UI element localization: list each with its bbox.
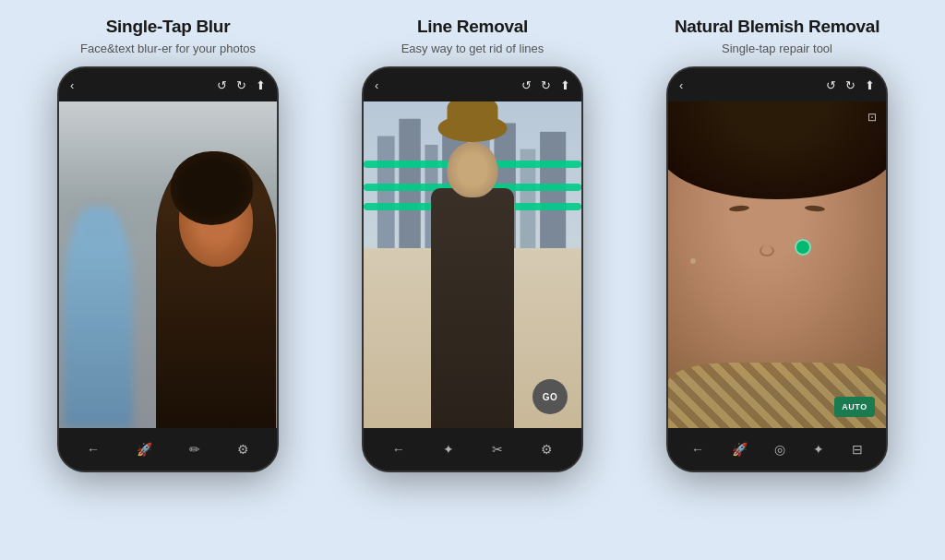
settings-icon-2[interactable]: ⚙ (541, 442, 553, 457)
topbar-right: ↺ ↻ ⬆ (217, 78, 266, 92)
sparkle-icon[interactable]: ✦ (443, 442, 454, 457)
person2-wrap (436, 197, 509, 428)
redo-icon[interactable]: ↻ (236, 78, 246, 92)
phone-lines-topbar: ‹ ↺ ↻ ⬆ (364, 68, 581, 101)
undo-icon[interactable]: ↺ (217, 78, 227, 92)
phone-blur: ‹ ↺ ↻ ⬆ (57, 66, 279, 472)
bubble-icon[interactable]: ◎ (774, 442, 785, 457)
topbar-right-2: ↺ ↻ ⬆ (521, 78, 570, 92)
hair (668, 101, 886, 199)
topbar-left: ‹ (70, 78, 74, 92)
redo-icon-3[interactable]: ↻ (845, 78, 855, 92)
blurred-person (64, 207, 133, 428)
phone-lines: ‹ ↺ ↻ ⬆ (362, 66, 583, 472)
topbar-left-2: ‹ (375, 78, 378, 92)
earring (690, 258, 696, 264)
person2-body (431, 188, 514, 428)
person2-hat (438, 114, 508, 142)
phone-blur-bottombar: ← 🚀 ✏ ⚙ (59, 428, 277, 471)
nose (760, 245, 774, 256)
nav-back-icon-2[interactable]: ← (392, 442, 405, 457)
blemish-subtitle: Single-tap repair tool (722, 42, 832, 55)
phone-blur-photo (59, 101, 277, 428)
phone-blemish: ‹ ↺ ↻ ⬆ (666, 66, 888, 472)
auto-button[interactable]: AUTO (834, 397, 875, 417)
phone-blemish-topbar: ‹ ↺ ↻ ⬆ (668, 68, 886, 101)
share-icon-3[interactable]: ⬆ (865, 78, 875, 92)
blemish-title: Natural Blemish Removal (675, 17, 879, 37)
back-icon-2[interactable]: ‹ (375, 78, 378, 92)
features-container: Single-Tap Blur Face&text blur-er for yo… (0, 0, 945, 560)
feature-line-removal: Line Removal Easy way to get rid of line… (320, 17, 625, 472)
cut-icon[interactable]: ✂ (492, 442, 503, 457)
blur-photo-bg (59, 101, 277, 428)
redo-icon-2[interactable]: ↻ (541, 78, 551, 92)
main-person-body (156, 151, 276, 428)
share-icon[interactable]: ⬆ (256, 78, 266, 92)
back-icon-3[interactable]: ‹ (679, 78, 683, 92)
blemish-photo-bg: ⊡ AUTO (668, 101, 886, 428)
phone-blur-topbar: ‹ ↺ ↻ ⬆ (59, 68, 277, 101)
phone-lines-photo: GO (364, 101, 581, 428)
crop-icon[interactable]: ⊡ (867, 111, 877, 124)
rocket-icon-3[interactable]: 🚀 (732, 442, 748, 457)
blemish-dot[interactable] (795, 239, 811, 256)
feature-blur: Single-Tap Blur Face&text blur-er for yo… (16, 17, 320, 472)
phone-blemish-photo: ⊡ AUTO (668, 101, 886, 428)
main-person-hair (171, 151, 254, 225)
blur-title: Single-Tap Blur (106, 17, 230, 37)
phone-lines-bottombar: ← ✦ ✂ ⚙ (364, 428, 581, 471)
undo-icon-3[interactable]: ↺ (826, 78, 836, 92)
sparkle-icon-3[interactable]: ✦ (813, 442, 824, 457)
svg-rect-0 (377, 136, 395, 248)
topbar-left-3: ‹ (679, 78, 683, 92)
undo-icon-2[interactable]: ↺ (521, 78, 532, 92)
phone-blemish-bottombar: ← 🚀 ◎ ✦ ⊟ (668, 428, 886, 471)
lines-photo-bg: GO (364, 101, 581, 428)
settings-icon-3[interactable]: ⊟ (852, 442, 863, 457)
feature-blemish: Natural Blemish Removal Single-tap repai… (625, 17, 929, 472)
snake-pattern (668, 363, 886, 428)
settings-icon[interactable]: ⚙ (237, 442, 249, 457)
line-subtitle: Easy way to get rid of lines (401, 42, 544, 55)
share-icon-2[interactable]: ⬆ (560, 78, 570, 92)
topbar-right-3: ↺ ↻ ⬆ (826, 78, 875, 92)
person2-head (448, 142, 498, 197)
nav-back-icon[interactable]: ← (87, 442, 100, 457)
back-icon[interactable]: ‹ (70, 78, 74, 92)
edit-icon[interactable]: ✏ (189, 442, 200, 457)
go-button[interactable]: GO (532, 379, 568, 414)
line-title: Line Removal (417, 17, 528, 37)
nav-back-icon-3[interactable]: ← (691, 442, 704, 457)
blur-subtitle: Face&text blur-er for your photos (80, 42, 256, 55)
rocket-icon[interactable]: 🚀 (137, 442, 152, 457)
